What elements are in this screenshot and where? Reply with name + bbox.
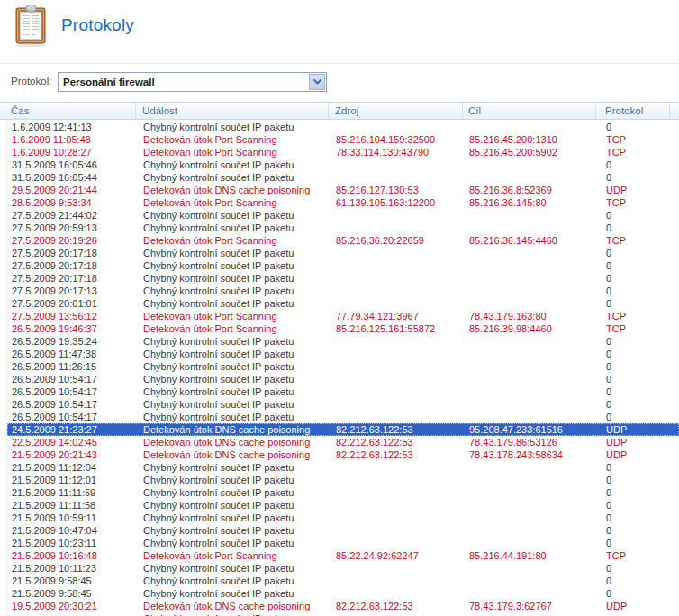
cell-cil xyxy=(464,285,597,297)
table-row[interactable]: 21.5.2009 9:58:45Chybný kontrolní součet… xyxy=(7,575,679,587)
table-row[interactable]: 22.5.2009 14:02:45Detekován útok DNS cac… xyxy=(7,436,679,448)
cell-cas xyxy=(7,612,137,616)
table-row[interactable]: 27.5.2009 20:17:13Chybný kontrolní souče… xyxy=(7,285,679,297)
table-row[interactable]: 27.5.2009 20:19:26Detekován útok Port Sc… xyxy=(7,234,679,247)
column-header-cas[interactable]: Čas xyxy=(0,103,136,119)
table-row[interactable]: 21.5.2009 10:47:04Chybný kontrolní souče… xyxy=(7,524,679,537)
table-row[interactable]: 1.6.2009 11:05:48Detekován útok Port Sca… xyxy=(7,133,679,146)
table-row[interactable]: 26.5.2009 10:54:17Chybný kontrolní souče… xyxy=(7,398,679,411)
table-row[interactable]: 26.5.2009 11:26:15Chybný kontrolní souče… xyxy=(7,360,679,373)
table-row[interactable]: 26.5.2009 11:47:38Chybný kontrolní souče… xyxy=(7,348,679,360)
cell-zdroj xyxy=(330,499,464,512)
table-row[interactable]: 27.5.2009 20:59:13Chybný kontrolní souče… xyxy=(7,222,679,234)
cell-zdroj xyxy=(330,537,464,549)
cell-udalost: Chybný kontrolní součet IP paketu xyxy=(137,575,330,587)
cell-cil: 78.43.179.3:62767 xyxy=(464,600,597,612)
table-row[interactable]: 26.5.2009 10:54:17Chybný kontrolní souče… xyxy=(7,385,679,398)
table-row[interactable]: 21.5.2009 10:16:48Detekován útok Port Sc… xyxy=(7,549,679,562)
table-row[interactable]: 21.5.2009 11:12:01Chybný kontrolní souče… xyxy=(7,474,679,486)
cell-udalost: Chybný kontrolní součet IP paketu xyxy=(137,297,330,310)
cell-cas: 31.5.2009 16:05:44 xyxy=(7,171,137,184)
cell-protokol: 0 xyxy=(597,285,671,297)
cell-cil xyxy=(464,348,597,360)
cell-protokol: 0 xyxy=(597,222,671,234)
table-row[interactable]: 21.5.2009 11:12:04Chybný kontrolní souče… xyxy=(7,461,679,474)
table-row[interactable]: 19.5.2009 20:30:21Detekován útok DNS cac… xyxy=(7,600,679,612)
cell-cil: 78.43.178.243:58634 xyxy=(464,448,597,461)
cell-protokol: UDP xyxy=(597,436,671,448)
cell-protokol: 0 xyxy=(597,272,671,285)
table-row[interactable]: 21.5.2009 10:11:23Chybný kontrolní souče… xyxy=(7,562,679,575)
column-header-cil[interactable]: Cíl xyxy=(463,103,596,119)
cell-zdroj xyxy=(330,360,464,373)
chevron-down-icon[interactable] xyxy=(309,74,325,90)
cell-cas: 21.5.2009 11:11:58 xyxy=(7,499,137,512)
table-row[interactable]: 31.5.2009 16:05:46Chybný kontrolní souče… xyxy=(7,159,679,171)
cell-cil xyxy=(464,612,597,616)
cell-zdroj xyxy=(330,587,464,600)
table-row[interactable]: 1.6.2009 10:28:27Detekován útok Port Sca… xyxy=(7,146,679,159)
cell-cil xyxy=(464,385,597,398)
window-header: Protokoly xyxy=(0,0,679,63)
table-row[interactable]: 21.5.2009 20:21:43Detekován útok DNS cac… xyxy=(7,448,679,461)
cell-cil xyxy=(464,537,597,549)
cell-udalost: Chybný kontrolní součet IP paketu xyxy=(137,499,330,512)
table-row[interactable]: 27.5.2009 20:01:01Chybný kontrolní souče… xyxy=(7,297,679,310)
cell-protokol: 0 xyxy=(597,121,671,133)
cell-udalost: Detekován útok DNS cache poisoning xyxy=(137,448,330,461)
cell-cil xyxy=(464,524,597,537)
cell-udalost: Chybný kontrolní součet IP paketu xyxy=(137,512,330,524)
cell-zdroj xyxy=(330,411,464,423)
cell-cil: 85.216.45.200:5902 xyxy=(464,146,597,159)
cell-zdroj: 82.212.63.122:53 xyxy=(330,448,464,461)
cell-protokol: 0 xyxy=(597,297,671,310)
cell-cil: 85.216.44.191:80 xyxy=(464,549,597,562)
table-row[interactable]: 27.5.2009 20:17:18Chybný kontrolní souče… xyxy=(7,272,679,285)
cell-cas: 26.5.2009 10:54:17 xyxy=(7,373,137,385)
table-row[interactable]: 27.5.2009 13:56:12Detekován útok Port Sc… xyxy=(7,310,679,322)
protocol-select[interactable]: Personální firewall xyxy=(58,72,327,92)
cell-cas: 24.5.2009 21:23:27 xyxy=(7,423,137,436)
cell-udalost: Detekován útok Port Scanning xyxy=(137,234,330,247)
cell-zdroj: 77.79.34.121:3967 xyxy=(330,310,464,322)
column-header-protokol[interactable]: Protokol xyxy=(596,103,670,119)
table-body[interactable]: 1.6.2009 12:41:13Chybný kontrolní součet… xyxy=(6,121,679,616)
table-row[interactable]: 21.5.2009 10:23:11Chybný kontrolní souče… xyxy=(7,537,679,549)
table-row[interactable]: 27.5.2009 21:44:02Chybný kontrolní souče… xyxy=(7,209,679,222)
cell-protokol: TCP xyxy=(597,146,671,159)
table-row-selected[interactable]: 24.5.2009 21:23:27Detekován útok DNS cac… xyxy=(7,423,679,436)
cell-protokol: TCP xyxy=(597,133,671,146)
table-row[interactable]: 21.5.2009 10:59:11Chybný kontrolní souče… xyxy=(7,512,679,524)
cell-protokol: 0 xyxy=(597,398,671,411)
cell-cas: 1.6.2009 12:41:13 xyxy=(7,121,137,133)
table-row[interactable]: 26.5.2009 19:46:37Detekován útok Port Sc… xyxy=(7,322,679,335)
table-row[interactable]: 26.5.2009 10:54:17Chybný kontrolní souče… xyxy=(7,411,679,423)
cell-cas: 26.5.2009 10:54:17 xyxy=(7,411,137,423)
table-row[interactable]: 1.6.2009 12:41:13Chybný kontrolní součet… xyxy=(7,121,679,133)
table-row[interactable]: 21.5.2009 11:11:59Chybný kontrolní souče… xyxy=(7,486,679,499)
table-row[interactable]: 29.5.2009 20:21:44Detekován útok DNS cac… xyxy=(7,184,679,196)
cell-cil: 85.216.39.98:4460 xyxy=(464,322,597,335)
cell-protokol: UDP xyxy=(597,184,671,196)
cell-cil xyxy=(464,247,597,259)
table-row[interactable]: 21.5.2009 11:11:58Chybný kontrolní souče… xyxy=(7,499,679,512)
table-row[interactable]: 26.5.2009 19:35:24Chybný kontrolní souče… xyxy=(7,335,679,348)
cell-cas: 27.5.2009 20:17:18 xyxy=(7,272,137,285)
cell-cil xyxy=(464,222,597,234)
cell-udalost: Chybný kontrolní součet IP paketu xyxy=(137,285,330,297)
table-row[interactable]: 31.5.2009 16:05:44Chybný kontrolní souče… xyxy=(7,171,679,184)
cell-cas: 1.6.2009 10:28:27 xyxy=(7,146,137,159)
table-row[interactable]: Chybný kontrolní součet IP paketu xyxy=(7,612,679,616)
column-header-zdroj[interactable]: Zdroj xyxy=(329,103,463,119)
cell-zdroj xyxy=(330,524,464,537)
table-row[interactable]: 28.5.2009 9:53:34Detekován útok Port Sca… xyxy=(7,196,679,209)
cell-zdroj xyxy=(330,272,464,285)
table-row[interactable]: 27.5.2009 20:17:18Chybný kontrolní souče… xyxy=(7,259,679,272)
cell-cas: 26.5.2009 19:46:37 xyxy=(7,322,137,335)
table-row[interactable]: 21.5.2009 9:58:45Chybný kontrolní součet… xyxy=(7,587,679,600)
cell-udalost: Chybný kontrolní součet IP paketu xyxy=(137,474,330,486)
table-row[interactable]: 27.5.2009 20:17:18Chybný kontrolní souče… xyxy=(7,247,679,259)
cell-cas: 27.5.2009 20:17:13 xyxy=(7,285,137,297)
column-header-udalost[interactable]: Událost xyxy=(136,103,329,119)
table-row[interactable]: 26.5.2009 10:54:17Chybný kontrolní souče… xyxy=(7,373,679,385)
